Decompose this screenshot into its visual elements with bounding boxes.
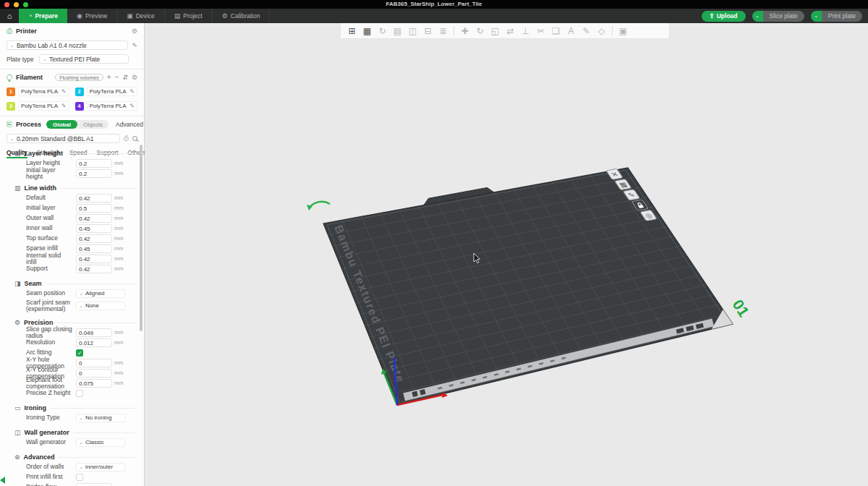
- tab-label: Project: [183, 12, 202, 20]
- window-title: FAB365_StarShip_Lower_Part_Tile: [0, 0, 868, 9]
- setting-label: Wall generator: [26, 439, 76, 446]
- setting-label: Support: [26, 265, 76, 272]
- filament-color-badge[interactable]: 3: [7, 102, 15, 111]
- printer-settings-gear-icon[interactable]: ⚙: [132, 27, 137, 35]
- setting-row: Elephant foot compensation0.075mm: [0, 378, 144, 388]
- setting-dropdown[interactable]: ⌄None: [76, 302, 125, 310]
- print-dropdown-icon[interactable]: ⌄: [811, 11, 822, 22]
- setting-checkbox[interactable]: ✓: [76, 349, 83, 357]
- setting-unit: mm: [114, 160, 124, 166]
- flushing-volumes-button[interactable]: Flushing volumes: [55, 74, 103, 81]
- settings-scrollbar[interactable]: [140, 145, 142, 331]
- setting-value-input[interactable]: 0.075: [76, 379, 112, 388]
- setting-value-input[interactable]: 0.049: [76, 328, 112, 337]
- edit-filament-icon[interactable]: ✎: [129, 103, 135, 109]
- tab-calibration[interactable]: ⚙Calibration: [213, 9, 271, 23]
- setting-dropdown[interactable]: ⌄Aligned: [76, 289, 125, 298]
- group-advanced: ⊛Advanced: [0, 453, 144, 461]
- setting-unit: mm: [114, 215, 124, 221]
- setting-value-input[interactable]: 0.42: [76, 234, 112, 243]
- setting-value-input[interactable]: 0.012: [76, 338, 112, 347]
- advanced-icon: ⊛: [14, 453, 20, 461]
- setting-unit: mm: [114, 255, 124, 262]
- edit-filament-icon[interactable]: ✎: [61, 103, 67, 109]
- tab-preview[interactable]: ◉Preview: [67, 9, 117, 23]
- setting-label: Order of walls: [26, 464, 76, 470]
- setting-row: Top surface0.42mm: [0, 234, 144, 243]
- slice-plate-button[interactable]: ⌄ Slice plate: [752, 11, 804, 22]
- viewport-3d[interactable]: ⊞▦↻▤◫⊟≣✚↻◱⇄⊥✂❏A✎◇▣ Bambu Textured PEI Pl…: [145, 23, 868, 486]
- group-title: Seam: [25, 280, 42, 287]
- search-settings-icon[interactable]: [132, 136, 137, 141]
- setting-value-input[interactable]: 1: [76, 483, 112, 486]
- save-preset-icon[interactable]: ⎙: [124, 135, 129, 142]
- process-preset-dropdown[interactable]: ⌄ 0.20mm Standard @BBL A1: [7, 134, 120, 143]
- setting-value-input[interactable]: 0.2: [76, 159, 112, 168]
- build-plate-scene[interactable]: Bambu Textured PEI Plate01✕▦✎◎: [145, 23, 868, 486]
- setting-dropdown-value: Classic: [85, 439, 104, 446]
- plate-type-dropdown[interactable]: ⌄ Textured PEI Plate: [39, 54, 129, 64]
- setting-dropdown[interactable]: ⌄No ironing: [76, 414, 125, 422]
- filament-settings-gear-icon[interactable]: ⚙: [132, 74, 137, 81]
- setting-value-input[interactable]: 0.42: [76, 265, 112, 273]
- tab-prepare[interactable]: ◔Prepare: [19, 9, 67, 23]
- scope-global-button[interactable]: Global: [46, 120, 77, 129]
- setting-dropdown-value: No ironing: [85, 414, 111, 421]
- filament-color-badge[interactable]: 1: [7, 88, 15, 96]
- plate-number-label[interactable]: 01: [729, 297, 752, 320]
- setting-value-input[interactable]: 0.42: [76, 194, 112, 202]
- setting-value-input[interactable]: 0.42: [76, 214, 112, 223]
- filament-color-badge[interactable]: 2: [75, 88, 84, 96]
- chevron-down-icon: ⌄: [79, 415, 83, 420]
- setting-label: Outer wall: [26, 215, 76, 221]
- setting-row: Scarf joint seam (experimental)⌄None: [0, 299, 144, 312]
- upload-button[interactable]: ⇧ Upload: [702, 11, 746, 22]
- setting-value-input[interactable]: 0.45: [76, 244, 112, 253]
- filament-slot-4: 4PolyTerra PLA✎: [75, 101, 138, 111]
- printer-icon: ⎙: [7, 27, 12, 35]
- setting-dropdown[interactable]: ⌄inner/outer: [76, 463, 125, 472]
- filament-color-badge[interactable]: 4: [75, 102, 84, 111]
- setting-row: Default0.42mm: [0, 193, 144, 202]
- tab-project[interactable]: ▤Project: [165, 9, 213, 23]
- setting-unit: mm: [114, 339, 124, 346]
- setting-dropdown-value: None: [85, 302, 99, 309]
- edit-printer-preset-icon[interactable]: ✎: [132, 42, 137, 49]
- tab-device[interactable]: ▣Device: [117, 9, 165, 23]
- setting-row: Inner wall0.45mm: [0, 223, 144, 233]
- setting-value-input[interactable]: 0.2: [76, 169, 112, 178]
- upload-icon: ⇧: [710, 12, 715, 20]
- print-plate-button[interactable]: ⌄ Print plate: [811, 11, 862, 22]
- setting-value-input[interactable]: 0: [76, 369, 112, 378]
- setting-value-input[interactable]: 0.45: [76, 224, 112, 233]
- setting-value-input[interactable]: 0.5: [76, 204, 112, 213]
- sync-filament-icon[interactable]: ⇵: [122, 74, 128, 81]
- scope-objects-button[interactable]: Objects: [77, 120, 109, 129]
- setting-unit: mm: [114, 170, 124, 176]
- setting-checkbox[interactable]: [76, 390, 83, 397]
- home-button[interactable]: ⌂: [0, 9, 19, 23]
- group-title: Ironing: [25, 404, 47, 412]
- setting-dropdown-value: inner/outer: [85, 464, 113, 470]
- remove-filament-button[interactable]: −: [115, 74, 119, 81]
- edit-filament-icon[interactable]: ✎: [129, 88, 135, 95]
- group-title: Layer height: [25, 150, 64, 157]
- sidebar-collapse-arrow[interactable]: [0, 477, 5, 484]
- filament-dropdown[interactable]: PolyTerra PLA✎: [18, 101, 69, 111]
- filament-slot-1: 1PolyTerra PLA✎: [7, 87, 69, 96]
- filament-dropdown[interactable]: PolyTerra PLA✎: [87, 87, 138, 96]
- slice-dropdown-icon[interactable]: ⌄: [752, 11, 763, 22]
- setting-checkbox[interactable]: [76, 474, 83, 481]
- tab-label: Preview: [85, 12, 107, 20]
- setting-row: Bridge flow1: [0, 482, 144, 486]
- seam-icon: ◨: [14, 280, 21, 287]
- edit-filament-icon[interactable]: ✎: [61, 88, 67, 95]
- add-filament-button[interactable]: +: [107, 74, 111, 81]
- setting-label: Sparse infill: [26, 245, 76, 252]
- filament-dropdown[interactable]: PolyTerra PLA✎: [87, 101, 138, 111]
- printer-preset-dropdown[interactable]: ⌄ Bambu Lab A1 0.4 nozzle: [7, 40, 128, 50]
- setting-dropdown[interactable]: ⌄Classic: [76, 438, 125, 447]
- setting-value-input[interactable]: 0: [76, 359, 112, 367]
- filament-dropdown[interactable]: PolyTerra PLA✎: [18, 87, 69, 96]
- setting-value-input[interactable]: 0.42: [76, 255, 112, 263]
